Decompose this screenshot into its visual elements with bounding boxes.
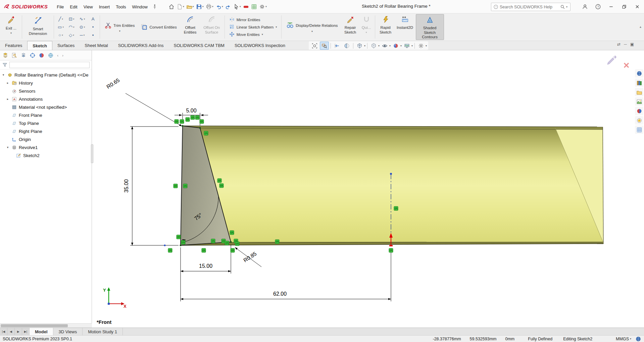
linear-sketch-pattern-button[interactable]: Linear Sketch Pattern▾ [229,24,277,30]
tree-expander-icon[interactable]: ▾ [1,73,5,77]
panel-tab-scroll-right-icon[interactable]: › [61,53,65,57]
undo-icon[interactable] [214,3,222,11]
feature-manager-tab-icon[interactable] [1,51,9,59]
dimxpert-manager-tab-icon[interactable] [29,51,37,59]
spreadsheet-icon[interactable] [250,3,258,11]
tree-item-annotations[interactable]: ▸AAnnotations [0,95,92,103]
display-delete-relations-button[interactable]: Display/Delete Relations▾ [283,14,341,40]
zoom-area-icon[interactable] [320,42,329,50]
spline-tool-icon[interactable]: ∿▾ [77,15,87,23]
menu-insert[interactable]: Insert [96,3,113,11]
arc-tool-icon[interactable]: ◠▾ [66,23,77,31]
sketch-relation-icon[interactable] [175,119,179,124]
tree-item-front-plane[interactable]: Front Plane [0,111,92,119]
open-icon[interactable] [185,3,193,11]
edit-appearance-icon[interactable] [391,42,400,50]
sketch-relation-icon[interactable] [180,119,184,124]
redo-icon[interactable] [224,3,232,11]
options-gear-icon[interactable] [258,3,266,11]
polygon-tool-icon[interactable]: ◇▾ [66,31,77,39]
tree-item-history[interactable]: ▸History [0,79,92,87]
centerline-endpoint[interactable] [390,173,392,175]
print-icon[interactable] [205,3,213,11]
graphics-viewport[interactable]: 35.00 5.00 15.00 62.00 75° R0.65 R0.85 [92,50,644,328]
custom-properties-icon[interactable] [635,126,643,134]
dimension-height[interactable]: 35.00 [123,179,129,193]
sketch-relation-icon[interactable] [177,235,181,239]
expand-panes-icon[interactable]: ⇄ [617,42,621,47]
convert-entities-button[interactable]: Convert Entities [138,14,180,40]
sketch-relation-icon[interactable] [191,115,195,119]
help-search-box[interactable]: ? ▾ [491,3,571,11]
menu-view[interactable]: View [81,3,96,11]
tree-item-right-plane[interactable]: Right Plane [0,127,92,135]
search-icon[interactable] [560,4,565,10]
point-tool-icon[interactable]: • [88,23,98,31]
sketch-relation-icon[interactable] [211,239,215,243]
panel-tab-scroll-left-icon[interactable]: ‹ [56,53,60,57]
tree-expander-icon[interactable]: ▸ [6,97,10,101]
tree-item-sensors[interactable]: Sensors [0,87,92,95]
panel-horizontal-scrollbar[interactable] [0,323,92,328]
design-library-icon[interactable] [635,79,643,87]
previous-view-icon[interactable] [333,42,342,50]
dimension-radius-top[interactable]: R0.65 [105,77,120,90]
menu-tools[interactable]: Tools [113,3,129,11]
search-input[interactable] [500,5,559,9]
sketch-relation-icon[interactable] [217,179,221,183]
display-style-icon[interactable] [369,42,378,50]
hide-show-items-icon[interactable] [380,42,389,50]
sketch-relation-icon[interactable] [389,248,393,252]
tree-expander-icon[interactable]: ▸ [6,81,10,85]
sketch-relation-icon[interactable] [394,206,398,210]
menu-window[interactable]: Window [129,3,151,11]
tab-scroll-prev-icon[interactable]: ◀ [7,328,15,335]
view-settings-icon[interactable] [416,42,426,50]
save-icon[interactable] [195,3,203,11]
tree-filter-input[interactable] [9,62,90,68]
dimension-overall-width[interactable]: 62.00 [273,291,287,297]
model-revolve-body[interactable] [181,126,603,245]
zoom-fit-icon[interactable] [310,42,319,50]
menu-edit[interactable]: Edit [67,3,80,11]
sketch-relation-icon[interactable] [230,231,234,235]
corner-rectangle-tool-icon[interactable]: ▭▾ [56,23,66,31]
tree-item-material-not-specified[interactable]: Material <not specified> [0,103,92,111]
home-icon[interactable] [167,3,176,11]
units-selector[interactable]: MMGS▾ [616,337,631,341]
view-palette-icon[interactable] [635,97,643,106]
tree-item-origin[interactable]: Origin [0,135,92,143]
circle-tool-icon[interactable]: ○▾ [56,31,66,39]
close-window-icon[interactable] [633,3,641,11]
bottom-tab-model[interactable]: Model [30,328,53,335]
bottom-tab-motion-study-1[interactable]: Motion Study 1 [83,328,123,335]
ellipse-tool-icon[interactable]: ⊙▾ [77,23,87,31]
status-sphere-icon[interactable] [635,336,641,342]
tree-item-top-plane[interactable]: Top Plane [0,119,92,127]
bottom-tab-3d-views[interactable]: 3D Views [53,328,83,335]
confirmation-corner-cancel-icon[interactable] [624,63,629,67]
sketch-relation-icon[interactable] [181,240,185,244]
pin-menu-icon[interactable] [151,3,159,11]
sketch-relation-icon[interactable] [275,240,279,244]
minimize-window-icon[interactable] [607,3,615,11]
instant2d-button[interactable]: Instant2D [394,14,416,40]
tab-scroll-last-icon[interactable]: ▶| [22,328,30,335]
sketch-relation-icon[interactable] [195,115,199,119]
account-icon[interactable] [581,3,589,11]
appearances-scenes-icon[interactable] [635,107,643,115]
solidworks-resources-icon[interactable] [635,69,643,78]
tree-expander-icon[interactable]: ▾ [6,146,10,149]
section-view-icon[interactable] [342,42,351,50]
sketch-relation-icon[interactable] [231,248,235,252]
dimension-radius-bottom[interactable]: R0.85 [242,251,257,263]
centerline-tool-icon[interactable]: ─▾ [77,31,87,39]
sketch-point[interactable] [164,244,165,246]
offset-entities-button[interactable]: Offset Entities [180,14,201,40]
text-tool-icon[interactable]: A [88,15,98,23]
search-caret-icon[interactable]: ▾ [566,5,567,8]
tab-sheet-metal[interactable]: Sheet Metal [80,41,113,50]
sketch-relation-icon[interactable] [202,248,206,252]
sketch-relation-icon[interactable] [204,131,208,135]
tab-features[interactable]: Features [0,41,27,50]
